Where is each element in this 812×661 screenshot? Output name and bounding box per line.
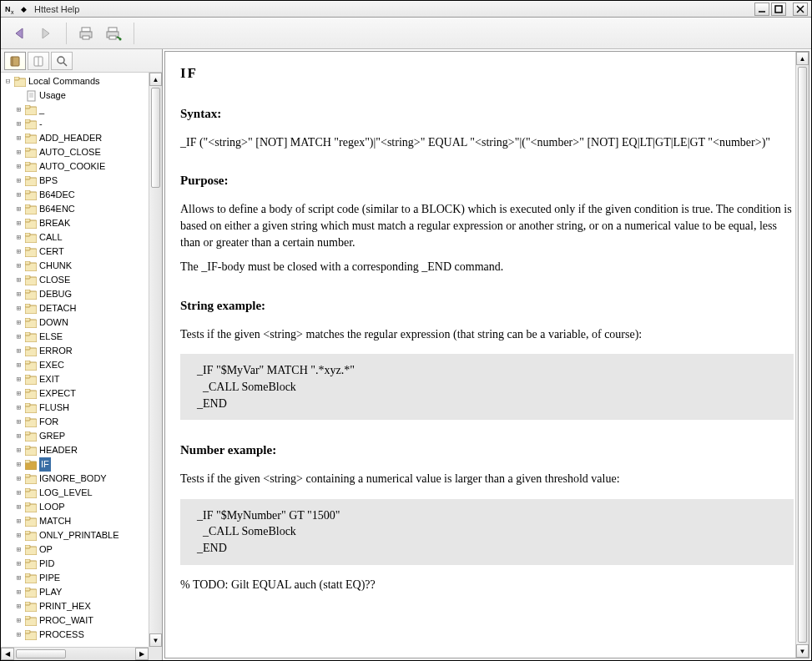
- tree-item[interactable]: ⊞ PLAY: [1, 585, 162, 599]
- tree-view[interactable]: ⊟ Local Commands Usage ⊞ _ ⊞ - ⊞ ADD_HEA…: [1, 73, 162, 660]
- expand-toggle[interactable]: ⊞: [13, 457, 24, 472]
- scrollbar-vertical[interactable]: ▲ ▼: [149, 73, 162, 647]
- expand-toggle[interactable]: ⊞: [13, 472, 24, 486]
- tree-item[interactable]: ⊞ HEADER: [1, 443, 162, 457]
- tree-item[interactable]: ⊞ B64ENC: [1, 202, 162, 216]
- expand-toggle[interactable]: ⊞: [13, 117, 24, 131]
- tree-item[interactable]: ⊞ PROC_WAIT: [1, 613, 162, 628]
- tree-item[interactable]: ⊞ -: [1, 117, 162, 131]
- expand-toggle[interactable]: ⊞: [13, 103, 24, 117]
- tree-item[interactable]: ⊞ PIPE: [1, 571, 162, 585]
- tab-search[interactable]: [51, 52, 73, 70]
- close-button[interactable]: [793, 3, 808, 16]
- tree-item[interactable]: ⊞ BREAK: [1, 216, 162, 230]
- scroll-down-button[interactable]: ▼: [149, 633, 162, 647]
- maximize-button[interactable]: [771, 3, 786, 16]
- tree-item[interactable]: ⊞ IGNORE_BODY: [1, 472, 162, 486]
- expand-toggle[interactable]: ⊞: [13, 344, 24, 358]
- tree-item[interactable]: ⊞ EXPECT: [1, 386, 162, 401]
- tree-item[interactable]: ⊞ B64DEC: [1, 188, 162, 202]
- tree-item[interactable]: ⊞ DOWN: [1, 315, 162, 330]
- tree-root[interactable]: ⊟ Local Commands: [1, 74, 162, 88]
- tree-item[interactable]: ⊞ FOR: [1, 415, 162, 429]
- tree-item[interactable]: ⊞ EXIT: [1, 372, 162, 386]
- tree-item-usage[interactable]: Usage: [1, 88, 162, 103]
- tree-item[interactable]: ⊞ FLUSH: [1, 401, 162, 415]
- scroll-down-button[interactable]: ▼: [796, 644, 809, 658]
- scroll-right-button[interactable]: ▶: [135, 648, 149, 660]
- tree-item[interactable]: ⊞ MATCH: [1, 514, 162, 528]
- tab-index[interactable]: [28, 52, 49, 70]
- expand-toggle[interactable]: ⊞: [13, 287, 24, 301]
- expand-toggle[interactable]: ⊞: [13, 386, 24, 401]
- content-scrollbar-vertical[interactable]: ▲ ▼: [795, 52, 809, 658]
- expand-toggle[interactable]: ⊞: [13, 528, 24, 542]
- tree-item[interactable]: ⊞ ONLY_PRINTABLE: [1, 528, 162, 542]
- expand-toggle[interactable]: ⊞: [13, 500, 24, 514]
- tree-item[interactable]: ⊞ ADD_HEADER: [1, 131, 162, 145]
- tree-item[interactable]: ⊞ LOG_LEVEL: [1, 486, 162, 500]
- print-button[interactable]: [75, 22, 98, 45]
- tree-item[interactable]: ⊞ CALL: [1, 230, 162, 245]
- tree-item[interactable]: ⊞ ELSE: [1, 330, 162, 344]
- scroll-up-button[interactable]: ▲: [796, 52, 809, 65]
- expand-toggle[interactable]: ⊞: [13, 131, 24, 145]
- expand-toggle[interactable]: ⊞: [13, 613, 24, 628]
- expand-toggle[interactable]: ⊞: [13, 415, 24, 429]
- scrollbar-thumb[interactable]: [16, 649, 66, 658]
- expand-toggle[interactable]: ⊞: [13, 358, 24, 372]
- tree-item[interactable]: ⊞ LOOP: [1, 500, 162, 514]
- expand-toggle[interactable]: ⊞: [13, 273, 24, 287]
- tree-item[interactable]: ⊞ DETACH: [1, 301, 162, 315]
- tree-item[interactable]: ⊞ AUTO_CLOSE: [1, 145, 162, 159]
- expand-toggle[interactable]: ⊞: [13, 585, 24, 599]
- print-preview-button[interactable]: [102, 22, 125, 45]
- back-button[interactable]: [8, 22, 31, 45]
- tree-item[interactable]: ⊞ BPS: [1, 174, 162, 188]
- tree-item[interactable]: ⊞ AUTO_COOKIE: [1, 159, 162, 174]
- tree-item[interactable]: ⊞ OP: [1, 542, 162, 557]
- expand-toggle[interactable]: ⊞: [13, 599, 24, 613]
- tab-contents[interactable]: [4, 52, 26, 70]
- expand-toggle[interactable]: ⊞: [13, 429, 24, 443]
- expand-toggle[interactable]: ⊞: [13, 628, 24, 642]
- expand-toggle[interactable]: ⊞: [13, 557, 24, 571]
- forward-button[interactable]: [34, 22, 58, 45]
- tree-item[interactable]: ⊞ ERROR: [1, 344, 162, 358]
- expand-toggle[interactable]: ⊞: [13, 514, 24, 528]
- expand-toggle[interactable]: ⊞: [13, 443, 24, 457]
- expand-toggle[interactable]: ⊞: [13, 202, 24, 216]
- expand-toggle[interactable]: ⊞: [13, 188, 24, 202]
- expand-toggle[interactable]: ⊞: [13, 301, 24, 315]
- tree-item[interactable]: ⊞ PRINT_HEX: [1, 599, 162, 613]
- tree-item[interactable]: ⊞ PID: [1, 557, 162, 571]
- expand-toggle[interactable]: ⊟: [3, 74, 13, 88]
- expand-toggle[interactable]: ⊞: [13, 315, 24, 330]
- expand-toggle[interactable]: ⊞: [13, 372, 24, 386]
- expand-toggle[interactable]: ⊞: [13, 174, 24, 188]
- scroll-left-button[interactable]: ◀: [1, 648, 14, 660]
- expand-toggle[interactable]: ⊞: [13, 159, 24, 174]
- scroll-up-button[interactable]: ▲: [149, 73, 162, 86]
- scrollbar-thumb[interactable]: [151, 88, 160, 188]
- scrollbar-horizontal[interactable]: ◀ ▶: [1, 647, 149, 660]
- expand-toggle[interactable]: ⊞: [13, 571, 24, 585]
- expand-toggle[interactable]: ⊞: [13, 230, 24, 245]
- expand-toggle[interactable]: ⊞: [13, 542, 24, 557]
- expand-toggle[interactable]: ⊞: [13, 486, 24, 500]
- scrollbar-thumb[interactable]: [798, 67, 807, 643]
- expand-toggle[interactable]: ⊞: [13, 401, 24, 415]
- tree-item[interactable]: ⊞ IF: [1, 457, 162, 472]
- tree-item[interactable]: ⊞ CERT: [1, 245, 162, 259]
- tree-item[interactable]: ⊞ DEBUG: [1, 287, 162, 301]
- expand-toggle[interactable]: ⊞: [13, 330, 24, 344]
- minimize-button[interactable]: [754, 3, 769, 16]
- expand-toggle[interactable]: ⊞: [13, 216, 24, 230]
- tree-item[interactable]: ⊞ EXEC: [1, 358, 162, 372]
- expand-toggle[interactable]: ⊞: [13, 145, 24, 159]
- tree-item[interactable]: ⊞ PROCESS: [1, 628, 162, 642]
- tree-item[interactable]: ⊞ CLOSE: [1, 273, 162, 287]
- tree-item[interactable]: ⊞ GREP: [1, 429, 162, 443]
- tree-item[interactable]: ⊞ _: [1, 103, 162, 117]
- tree-item[interactable]: ⊞ CHUNK: [1, 259, 162, 273]
